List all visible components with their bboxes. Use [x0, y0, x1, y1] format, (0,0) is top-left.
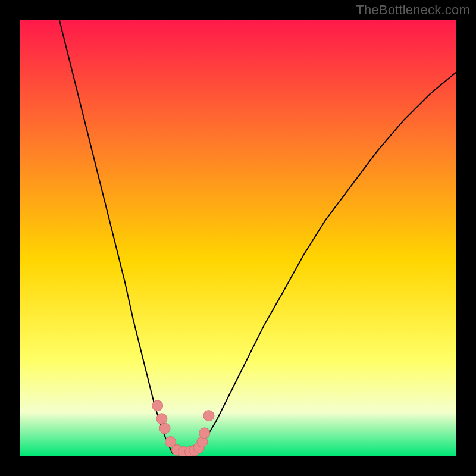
- chart-frame: TheBottleneck.com: [0, 0, 476, 476]
- gradient-background: [20, 20, 456, 456]
- watermark-text: TheBottleneck.com: [356, 2, 470, 18]
- plot-area: [20, 20, 456, 456]
- marker-point: [152, 400, 163, 411]
- marker-point: [159, 423, 170, 434]
- marker-point: [203, 411, 214, 421]
- marker-point: [156, 414, 167, 424]
- chart-svg: [20, 20, 456, 456]
- marker-point: [199, 428, 210, 439]
